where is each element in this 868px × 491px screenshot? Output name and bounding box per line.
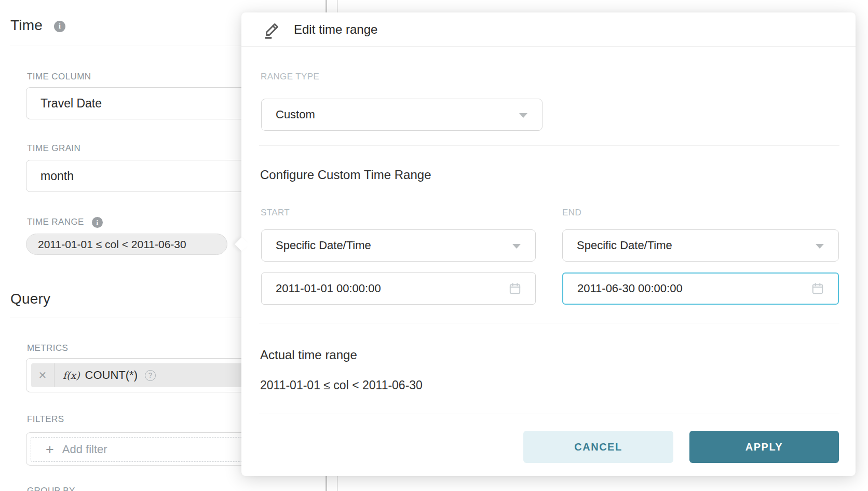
info-icon[interactable]: i: [92, 217, 103, 228]
end-datetime-value: 2011-06-30 00:00:00: [577, 282, 683, 295]
query-section-title: Query: [10, 291, 50, 307]
end-type-select[interactable]: Specific Date/Time: [562, 229, 839, 262]
popover-title: Edit time range: [294, 22, 377, 37]
close-icon[interactable]: ✕: [31, 369, 54, 381]
popover-divider: [259, 414, 839, 414]
chip-separator: [54, 363, 55, 387]
end-label: END: [562, 208, 581, 218]
time-grain-label: TIME GRAIN: [27, 143, 80, 154]
add-filter-label: Add filter: [62, 443, 107, 456]
start-datetime-value: 2011-01-01 00:00:00: [276, 282, 381, 295]
group-by-label: GROUP BY: [27, 486, 75, 491]
chevron-down-icon: [512, 244, 521, 249]
time-grain-value: month: [40, 169, 74, 183]
chevron-down-icon: [519, 113, 527, 118]
calendar-icon[interactable]: [508, 282, 522, 295]
time-section-title: Time i: [10, 17, 65, 34]
end-datetime-input[interactable]: 2011-06-30 00:00:00: [562, 272, 839, 305]
start-datetime-input[interactable]: 2011-01-01 00:00:00: [261, 272, 536, 305]
calendar-icon[interactable]: [811, 282, 824, 295]
pencil-icon: [263, 20, 281, 39]
start-type-select[interactable]: Specific Date/Time: [261, 229, 536, 262]
filters-label: FILTERS: [27, 414, 64, 425]
info-icon[interactable]: i: [54, 21, 65, 32]
popover-divider: [259, 323, 839, 323]
popover-divider: [259, 145, 839, 146]
configure-heading: Configure Custom Time Range: [260, 168, 431, 182]
time-range-pill[interactable]: 2011-01-01 ≤ col < 2011-06-30: [26, 234, 227, 255]
actual-time-range-heading: Actual time range: [260, 348, 357, 362]
plus-icon: +: [46, 443, 54, 457]
popover-header: Edit time range: [241, 12, 856, 47]
question-circle-icon[interactable]: ?: [145, 370, 156, 381]
time-range-label: TIME RANGE i: [27, 217, 103, 228]
cancel-button[interactable]: CANCEL: [523, 431, 673, 463]
chevron-down-icon: [816, 244, 824, 249]
edit-time-range-popover: Edit time range RANGE TYPE Custom Config…: [241, 12, 856, 476]
range-type-select[interactable]: Custom: [261, 99, 542, 131]
apply-button[interactable]: APPLY: [689, 431, 839, 463]
time-column-label: TIME COLUMN: [27, 72, 91, 82]
range-type-label: RANGE TYPE: [261, 72, 319, 82]
function-icon: f(x): [63, 370, 80, 381]
popover-arrow: [235, 237, 249, 251]
range-type-value: Custom: [276, 108, 315, 121]
start-type-value: Specific Date/Time: [276, 239, 371, 252]
time-column-value: Travel Date: [40, 97, 102, 111]
end-type-value: Specific Date/Time: [577, 239, 672, 252]
start-label: START: [261, 208, 290, 218]
actual-time-range-value: 2011-01-01 ≤ col < 2011-06-30: [260, 378, 423, 392]
metrics-label: METRICS: [27, 343, 68, 353]
metric-name: COUNT(*): [85, 369, 138, 382]
